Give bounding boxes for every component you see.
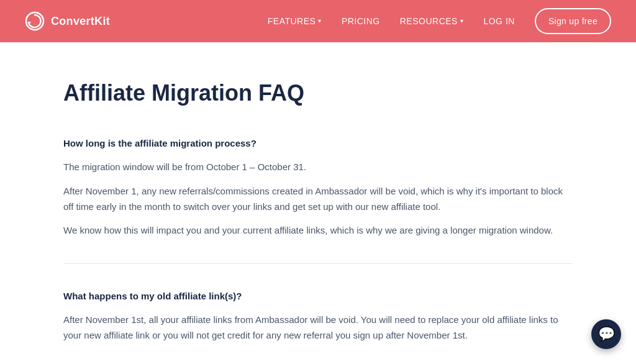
faq-answer-1-1: After November 1, any new referrals/comm…	[63, 184, 573, 215]
logo-text: ConvertKit	[51, 12, 110, 30]
nav-pricing[interactable]: PRICING	[342, 14, 380, 28]
logo-link[interactable]: ConvertKit	[25, 11, 110, 31]
faq-answer-1-2: We know how this will impact you and you…	[63, 223, 573, 239]
faq-question-2: What happens to my old affiliate link(s)…	[63, 289, 573, 304]
chevron-down-icon-2: ▾	[460, 16, 464, 26]
nav-login[interactable]: LOG IN	[483, 14, 514, 28]
svg-marker-1	[27, 22, 31, 25]
faq-answer-2-0: After November 1st, all your affiliate l…	[63, 312, 573, 344]
faq-answer-1-0: The migration window will be from Octobe…	[63, 160, 573, 175]
faq-question-1: How long is the affiliate migration proc…	[63, 136, 573, 151]
nav-resources[interactable]: RESOURCES ▾	[400, 14, 464, 28]
chat-icon: 💬	[598, 323, 615, 345]
main-content: Affiliate Migration FAQ How long is the …	[39, 42, 597, 364]
site-header: ConvertKit FEATURES ▾ PRICING RESOURCES …	[0, 0, 636, 42]
page-title: Affiliate Migration FAQ	[63, 80, 573, 106]
faq-item-1: How long is the affiliate migration proc…	[63, 136, 573, 239]
signup-button[interactable]: Sign up free	[535, 8, 611, 34]
logo-icon	[25, 11, 45, 31]
faq-item-2: What happens to my old affiliate link(s)…	[63, 289, 573, 344]
chat-button[interactable]: 💬	[591, 319, 621, 349]
nav-features[interactable]: FEATURES ▾	[268, 14, 322, 28]
faq-divider	[63, 263, 573, 264]
main-nav: FEATURES ▾ PRICING RESOURCES ▾ LOG IN Si…	[268, 8, 611, 34]
chevron-down-icon: ▾	[318, 16, 322, 26]
